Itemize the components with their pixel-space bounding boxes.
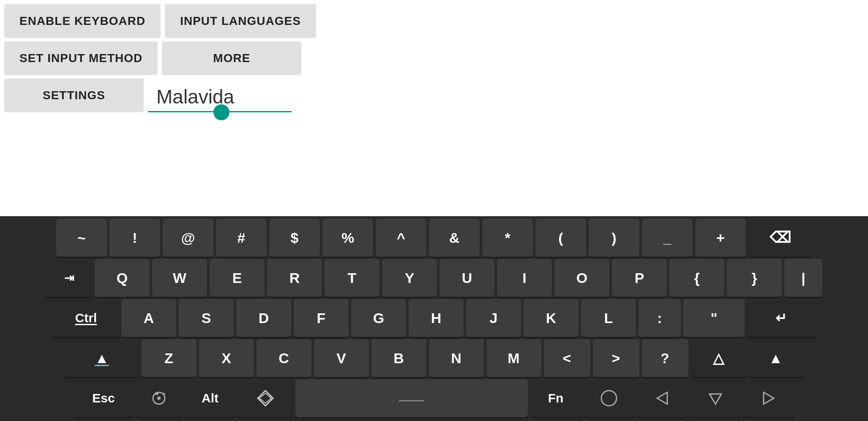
key-dollar[interactable]: $ (269, 219, 320, 257)
svg-point-7 (601, 391, 617, 406)
set-input-method-button[interactable]: SET INPUT METHOD (4, 41, 158, 75)
key-k[interactable]: K (524, 299, 579, 337)
key-space[interactable] (295, 379, 528, 417)
input-field-area: Malavida (148, 79, 444, 112)
more-button[interactable]: MORE (162, 41, 301, 75)
key-h[interactable]: H (409, 299, 464, 337)
key-u[interactable]: U (439, 259, 494, 297)
key-underscore[interactable]: _ (642, 219, 693, 257)
key-fn[interactable]: Fn (530, 379, 581, 417)
key-l[interactable]: L (581, 299, 636, 337)
key-n[interactable]: N (429, 339, 484, 377)
cursor-dot (213, 104, 229, 120)
triangle-down-icon (707, 390, 724, 407)
key-i[interactable]: I (497, 259, 552, 297)
key-triangle-up[interactable]: △ (691, 339, 746, 377)
keyboard-row-qwerty: ⇥ Q W E R T Y U I O P { } | (3, 259, 865, 297)
top-area: ENABLE KEYBOARD INPUT LANGUAGES SET INPU… (0, 0, 868, 139)
keyboard-row-bottom: Esc Alt Fn (3, 379, 865, 417)
key-o[interactable]: O (554, 259, 609, 297)
key-f[interactable]: F (294, 299, 349, 337)
key-z[interactable]: Z (142, 339, 197, 377)
key-at[interactable]: @ (163, 219, 213, 257)
key-g[interactable]: G (351, 299, 406, 337)
key-j[interactable]: J (466, 299, 521, 337)
settings-button[interactable]: SETTINGS (4, 79, 144, 112)
svg-point-3 (163, 393, 165, 395)
enable-keyboard-button[interactable]: ENABLE KEYBOARD (4, 4, 161, 38)
key-esc[interactable]: Esc (74, 379, 133, 417)
key-rparen[interactable]: ) (589, 219, 639, 257)
key-ampersand[interactable]: & (429, 219, 480, 257)
backspace-icon: ⌫ (770, 229, 791, 247)
key-v[interactable]: V (314, 339, 369, 377)
key-shift-right[interactable]: ▲ (748, 339, 803, 377)
input-languages-button[interactable]: INPUT LANGUAGES (165, 4, 316, 38)
key-quote[interactable]: " (683, 299, 745, 337)
keyboard-row-asdf: Ctrl A S D F G H J K L : " ↵ (3, 299, 865, 337)
key-pipe[interactable]: | (784, 259, 822, 297)
space-underline-icon (395, 394, 429, 402)
key-e[interactable]: E (210, 259, 265, 297)
key-a[interactable]: A (121, 299, 176, 337)
svg-marker-10 (764, 392, 774, 404)
key-s[interactable]: S (179, 299, 234, 337)
circle-icon (599, 388, 619, 408)
key-c[interactable]: C (257, 339, 311, 377)
key-camera[interactable] (136, 379, 182, 417)
key-lparen[interactable]: ( (535, 219, 586, 257)
key-r[interactable]: R (267, 259, 322, 297)
key-tab[interactable]: ⇥ (46, 259, 92, 297)
input-underline (148, 111, 292, 112)
svg-marker-8 (657, 392, 667, 404)
key-x[interactable]: X (199, 339, 254, 377)
key-asterisk[interactable]: * (482, 219, 533, 257)
key-alt[interactable]: Alt (185, 379, 235, 417)
key-nav-down[interactable] (690, 379, 741, 417)
key-exclaim[interactable]: ! (109, 219, 160, 257)
key-diamond[interactable] (238, 379, 293, 417)
camera-icon (150, 389, 168, 407)
key-tilde[interactable]: ~ (56, 219, 107, 257)
svg-rect-2 (155, 393, 158, 395)
triangle-left-icon (654, 390, 671, 407)
keyboard-row-symbols: ~ ! @ # $ % ^ & * ( ) _ + ⌫ (3, 219, 865, 257)
menu-row-2: SET INPUT METHOD MORE (4, 41, 868, 75)
key-p[interactable]: P (612, 259, 667, 297)
key-b[interactable]: B (371, 339, 426, 377)
key-question[interactable]: ? (642, 339, 688, 377)
triangle-right-icon (760, 390, 777, 407)
shift-left-icon: ▲ (95, 350, 109, 367)
ctrl-label: Ctrl (75, 311, 97, 325)
keyboard: ~ ! @ # $ % ^ & * ( ) _ + ⌫ ⇥ Q W E R T … (0, 216, 868, 421)
key-percent[interactable]: % (322, 219, 373, 257)
key-y[interactable]: Y (382, 259, 437, 297)
key-shift-left[interactable]: ▲ (65, 339, 139, 377)
key-rbrace[interactable]: } (727, 259, 782, 297)
key-less-than[interactable]: < (544, 339, 590, 377)
key-plus[interactable]: + (695, 219, 746, 257)
key-colon[interactable]: : (639, 299, 681, 337)
key-backspace[interactable]: ⌫ (748, 219, 812, 257)
key-nav-right[interactable] (743, 379, 794, 417)
key-t[interactable]: T (325, 259, 379, 297)
diamond-icon (256, 389, 275, 407)
key-lbrace[interactable]: { (669, 259, 724, 297)
key-d[interactable]: D (236, 299, 291, 337)
key-nav-left[interactable] (637, 379, 688, 417)
key-ctrl[interactable]: Ctrl (53, 299, 119, 337)
svg-marker-9 (710, 394, 721, 404)
key-q[interactable]: Q (95, 259, 150, 297)
menu-row-1: ENABLE KEYBOARD INPUT LANGUAGES (4, 4, 868, 38)
key-home-circle[interactable] (584, 379, 634, 417)
key-hash[interactable]: # (216, 219, 267, 257)
svg-point-1 (157, 397, 161, 400)
key-caret[interactable]: ^ (376, 219, 426, 257)
key-enter[interactable]: ↵ (747, 299, 815, 337)
key-w[interactable]: W (152, 259, 207, 297)
menu-row-3: SETTINGS Malavida (4, 79, 868, 112)
keyboard-row-zxcv: ▲ Z X C V B N M < > ? △ ▲ (3, 339, 865, 377)
key-m[interactable]: M (486, 339, 541, 377)
key-greater-than[interactable]: > (593, 339, 639, 377)
